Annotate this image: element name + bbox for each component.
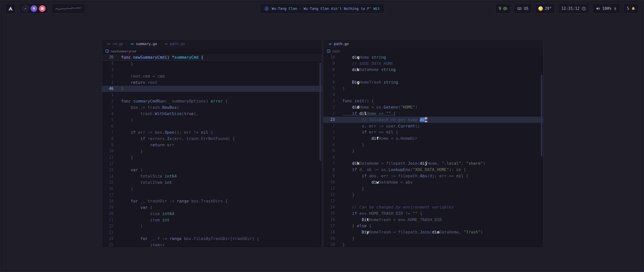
volume-widget[interactable]: 100%: [592, 4, 620, 14]
editor-window-right: GOpath.go f init 10 diqHome string9 // $…: [323, 39, 543, 248]
code-line[interactable]: 9 return err: [102, 142, 322, 148]
code-line[interactable]: 2func summaryCmdRun(_ summaryOptions) er…: [102, 98, 322, 105]
code-line[interactable]: 3 difHome = u.HomeDir: [323, 135, 543, 142]
code-line[interactable]: 5 ): [102, 117, 322, 123]
arch-logo-icon: [8, 6, 13, 11]
code-line[interactable]: 5 }: [323, 148, 543, 154]
code-line[interactable]: 8 if d, ok := os.LookupEnv("XDG_DATA_HOM…: [323, 166, 543, 173]
line-number: 46: [102, 86, 113, 91]
code-line[interactable]: 3func init() {: [323, 98, 543, 104]
code-line[interactable]: 16 DitHomeTrash = env.HOME_TRASH_DIR: [323, 217, 543, 223]
keyboard-layout-value: US: [524, 6, 528, 11]
code-line[interactable]: 16 ): [102, 186, 322, 192]
code-text: item int: [121, 218, 170, 222]
code-line[interactable]: 7: [323, 73, 543, 79]
scrollbar-thumb-right[interactable]: [541, 75, 542, 156]
code-line[interactable]: 14 totalSize int64: [102, 173, 322, 179]
code-line[interactable]: 20 size int64: [102, 211, 322, 217]
code-line[interactable]: 7 dihDataHome = filepath.Join(dijHome, "…: [323, 160, 543, 167]
notifications-widget[interactable]: 5: [624, 4, 639, 14]
screen-recorder-widget[interactable]: 9: [495, 4, 511, 14]
code-line[interactable]: 21 item int: [102, 217, 322, 223]
code-line[interactable]: 2 if err == nil {: [323, 129, 543, 135]
line-number: 2: [102, 99, 113, 104]
code-line[interactable]: 6: [323, 154, 543, 160]
redacted-widget[interactable]: [52, 4, 85, 14]
clock-widget[interactable]: 12:31:12: [558, 4, 589, 14]
tab-summary-go[interactable]: GOsummary.go: [127, 40, 160, 48]
weather-widget[interactable]: 29°: [535, 4, 555, 14]
keyboard-layout-widget[interactable]: US: [514, 4, 532, 14]
code-line[interactable]: 6 DigHomeTrash string: [323, 79, 543, 85]
code-line[interactable]: 20}: [323, 242, 543, 248]
code-line[interactable]: 15 totalItem int: [102, 179, 322, 186]
code-line[interactable]: 12 }: [323, 192, 543, 198]
code-line[interactable]: 10 diwDataHome = abs: [323, 179, 543, 185]
code-line[interactable]: 4: [323, 92, 543, 98]
code-line[interactable]: 13: [323, 198, 543, 204]
code-line[interactable]: 1 if dilHome == "" {: [323, 110, 543, 117]
code-line[interactable]: 10 diqHome string: [323, 54, 543, 60]
code-line[interactable]: 7 if err := box.Open(); err != nil {: [102, 129, 322, 136]
code-line[interactable]: 5): [323, 85, 543, 92]
code-line[interactable]: 46}: [102, 86, 322, 92]
code-line[interactable]: 25 item++: [102, 242, 322, 248]
breadcrumb-label: newSummaryCmd: [111, 49, 136, 53]
tab-path-go[interactable]: GOpath.go: [161, 40, 188, 48]
context-line[interactable]: 26func newSummaryCmd() *summaryCmd {: [102, 54, 322, 61]
code-line[interactable]: 4 }: [102, 61, 322, 67]
code-line[interactable]: 9 // $XDG_DATA_HOME: [323, 60, 543, 67]
line-number: 9: [102, 143, 113, 147]
line-number: 6: [102, 124, 113, 128]
code-line[interactable]: 1 return root: [102, 79, 322, 86]
line-number: 5: [323, 86, 335, 91]
launcher-button[interactable]: [5, 4, 16, 14]
code-line[interactable]: 9 if abs, err := filepath.Abs(d); err ==…: [323, 173, 543, 179]
code-line[interactable]: 11 }: [323, 185, 543, 192]
scrollbar-thumb-left[interactable]: [319, 63, 321, 161]
tab-bar-left: GOrm.goGOsummary.goGOpath.go: [102, 40, 322, 48]
code-line[interactable]: 4 }: [323, 142, 543, 148]
code-line[interactable]: 1 u, err := user.Current(): [323, 123, 543, 129]
code-line[interactable]: 10 }: [102, 148, 322, 154]
code-line[interactable]: 4 trash.WithGetSize(true),: [102, 111, 322, 117]
code-line[interactable]: 3 box := trash.NewBox(: [102, 104, 322, 111]
code-line[interactable]: 2 didHome = os.Getenv("HOME"): [323, 104, 543, 110]
code-line[interactable]: 19 var (: [102, 204, 322, 211]
code-line[interactable]: 15 if env.HOME_TRASH_DIR != "" {: [323, 210, 543, 217]
code-line[interactable]: 23: [102, 229, 322, 235]
line-number: 25: [102, 243, 113, 247]
code-line[interactable]: 11 }: [102, 154, 322, 161]
go-file-icon: GO: [328, 42, 332, 46]
code-line[interactable]: 14 // Can be changed by environment vari…: [323, 204, 543, 210]
code-line[interactable]: 24 for _, f := range box.FilesByTrashDir…: [102, 235, 322, 242]
code-area-left: 26func newSummaryCmd() *summaryCmd {4 }3…: [102, 54, 322, 248]
tab-rm-go[interactable]: GOrm.go: [103, 40, 127, 48]
code-text: box := trash.NewBox(: [121, 105, 179, 110]
code-line[interactable]: 1: [102, 92, 322, 98]
code-line[interactable]: 8 if !errors.Is(err, trash.ErrNotFound) …: [102, 135, 322, 142]
code-line[interactable]: 12: [102, 161, 322, 167]
svg-text:f: f: [328, 50, 330, 52]
code-line[interactable]: 19 }: [323, 235, 543, 242]
tray-icon-2[interactable]: N: [31, 5, 37, 12]
code-line[interactable]: 8 dikDataHome string: [323, 67, 543, 73]
tray-icon-1[interactable]: ✶: [22, 5, 29, 12]
code-line[interactable]: 22 ): [102, 223, 322, 229]
code-text: }: [121, 155, 133, 160]
tray-icon-3[interactable]: [39, 5, 46, 12]
media-player-widget[interactable]: ♪ Wu-Tang Clan - Wu-Tang Clan Ain't Nuth…: [260, 4, 384, 14]
code-line[interactable]: 6: [102, 123, 322, 129]
code-line[interactable]: 2 root.cmd = cmd: [102, 73, 322, 79]
code-line[interactable]: 17: [102, 192, 322, 198]
line-number: 16: [323, 217, 335, 222]
code-line[interactable]: 18 for _, trashDir := range box.TrashDir…: [102, 198, 322, 204]
code-line[interactable]: 18 DiyHomeTrash = filepath.Join(dioDataH…: [323, 229, 543, 235]
code-line[interactable]: 13 var (: [102, 167, 322, 173]
code-line[interactable]: 23 // fallback to get home dia: [323, 117, 543, 123]
code-line[interactable]: 17 } else {: [323, 223, 543, 229]
code-text: if dilHome == "" {: [342, 111, 396, 116]
code-line[interactable]: 3: [102, 67, 322, 73]
tab-path-go[interactable]: GOpath.go: [325, 40, 352, 48]
code-text: if d, ok := os.LookupEnv("XDG_DATA_HOME"…: [342, 167, 466, 172]
